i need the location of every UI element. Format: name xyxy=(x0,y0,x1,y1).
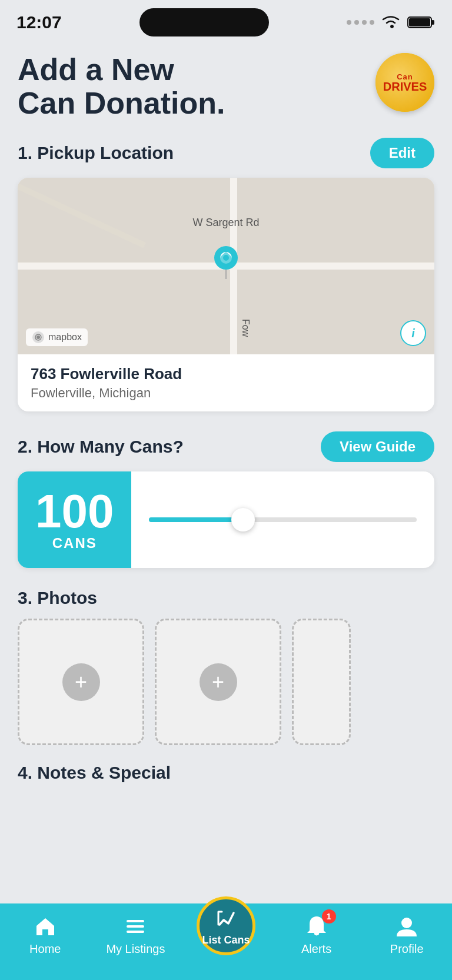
address-line2: Fowlerville, Michigan xyxy=(31,386,421,401)
slider-thumb[interactable] xyxy=(231,508,255,531)
alerts-label: Alerts xyxy=(301,942,331,956)
cans-count: 100 xyxy=(35,488,114,535)
map-area: W Sargent Rd Fow m xyxy=(18,178,434,354)
logo-text: Can DRIVES xyxy=(383,73,427,92)
svg-point-8 xyxy=(36,335,40,339)
pickup-section-header: 1. Pickup Location Edit xyxy=(18,138,434,168)
cans-slider[interactable] xyxy=(149,517,417,522)
cans-unit: CANS xyxy=(52,535,97,552)
page-title: Add a New Can Donation. xyxy=(18,53,225,120)
my-listings-icon xyxy=(123,914,148,939)
list-cans-circle[interactable]: List Cans xyxy=(197,896,255,955)
tab-alerts[interactable]: Alerts xyxy=(271,909,362,956)
add-photo-icon-2: + xyxy=(200,663,237,701)
notes-section: 4. Notes & Special xyxy=(18,763,434,789)
notes-label: 4. Notes & Special xyxy=(18,763,434,789)
cans-slider-area xyxy=(131,471,434,568)
cans-label: 2. How Many Cans? xyxy=(18,437,184,457)
status-time: 12:07 xyxy=(16,12,62,32)
status-bar: 12:07 xyxy=(0,0,452,41)
list-cans-icon xyxy=(214,906,238,931)
map-address: 763 Fowlerville Road Fowlerville, Michig… xyxy=(18,354,434,411)
tab-profile[interactable]: Profile xyxy=(361,909,452,956)
cans-value-box: 100 CANS xyxy=(18,471,131,568)
photo-add-3-partial[interactable] xyxy=(292,619,351,745)
svg-rect-10 xyxy=(127,925,144,928)
photos-section: 3. Photos + + xyxy=(18,588,434,745)
photo-add-2[interactable]: + xyxy=(155,619,281,745)
cans-section-header: 2. How Many Cans? View Guide xyxy=(18,431,434,462)
add-photo-icon-1: + xyxy=(62,663,100,701)
view-guide-button[interactable]: View Guide xyxy=(321,431,434,462)
pickup-label: 1. Pickup Location xyxy=(18,143,174,163)
my-listings-label: My Listings xyxy=(106,942,165,956)
svg-point-12 xyxy=(401,918,412,928)
road-label-vertical: Fow xyxy=(240,319,251,337)
tab-home[interactable]: Home xyxy=(0,909,91,956)
main-content: Add a New Can Donation. Can DRIVES 1. Pi… xyxy=(0,41,452,789)
battery-icon xyxy=(407,15,436,30)
tab-list-cans[interactable]: List Cans xyxy=(181,903,271,955)
tab-my-listings[interactable]: My Listings xyxy=(91,909,181,956)
home-icon xyxy=(33,914,58,939)
profile-icon xyxy=(394,914,419,939)
photo-add-1[interactable]: + xyxy=(18,619,144,745)
mapbox-logo: mapbox xyxy=(26,328,88,346)
page-header: Add a New Can Donation. Can DRIVES xyxy=(18,53,434,120)
road-label: W Sargent Rd xyxy=(192,217,259,229)
map-card: W Sargent Rd Fow m xyxy=(18,178,434,411)
notch xyxy=(139,8,269,36)
tab-bar: Home My Listings List Cans xyxy=(0,903,452,980)
address-line1: 763 Fowlerville Road xyxy=(31,365,421,383)
svg-rect-9 xyxy=(127,920,144,922)
svg-rect-11 xyxy=(127,931,144,933)
status-icons xyxy=(347,15,436,30)
profile-label: Profile xyxy=(390,942,424,956)
list-cans-label: List Cans xyxy=(202,934,250,946)
map-pin xyxy=(212,245,240,280)
signal-icon xyxy=(347,20,374,25)
wifi-icon xyxy=(380,15,401,30)
photos-row: + + xyxy=(18,619,434,745)
logo-badge: Can DRIVES xyxy=(375,53,434,112)
svg-rect-1 xyxy=(409,18,430,26)
alerts-icon xyxy=(304,914,329,939)
svg-rect-2 xyxy=(431,20,434,25)
photos-label: 3. Photos xyxy=(18,588,434,608)
edit-button[interactable]: Edit xyxy=(370,138,434,168)
cans-card: 100 CANS xyxy=(18,471,434,568)
home-label: Home xyxy=(29,942,61,956)
